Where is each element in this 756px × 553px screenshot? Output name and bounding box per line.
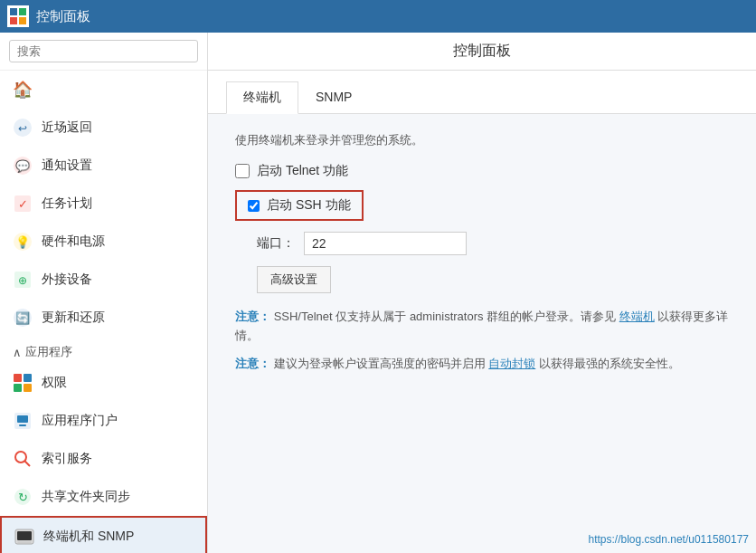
collapse-icon[interactable]: ∧ (13, 346, 22, 359)
tab-snmp[interactable]: SNMP (298, 81, 369, 113)
sidebar-item-terminal-label: 终端机和 SNMP (43, 529, 134, 545)
svg-text:✓: ✓ (18, 197, 28, 211)
telnet-row: 启动 Telnet 功能 (235, 163, 729, 179)
port-row: 端口： (257, 232, 729, 255)
sidebar-item-hardware[interactable]: 💡 硬件和电源 (0, 223, 207, 261)
notification-icon: 💬 (13, 156, 33, 176)
task-icon: ✓ (13, 194, 33, 214)
search-container (0, 33, 207, 71)
content-area: 控制面板 终端机 SNMP 使用终端机来登录并管理您的系统。 启动 Telnet… (208, 33, 756, 553)
autolock-link[interactable]: 自动封锁 (488, 357, 535, 370)
description-text: 使用终端机来登录并管理您的系统。 (235, 132, 729, 148)
notes-container: 注意： SSH/Telnet 仅支持从属于 administrators 群组的… (235, 308, 729, 373)
sidebar-item-share[interactable]: ↻ 共享文件夹同步 (0, 478, 207, 516)
update-icon: 🔄 (13, 308, 33, 328)
topbar: 控制面板 (0, 0, 756, 33)
sidebar-item-notification-label: 通知设置 (42, 157, 92, 174)
svg-rect-22 (19, 424, 26, 426)
sidebar-item-hardware-label: 硬件和电源 (42, 234, 105, 250)
note-1-text: SSH/Telnet 仅支持从属于 administrators 群组的帐户登录… (235, 310, 728, 342)
sidebar-item-appportal[interactable]: 应用程序门户 (0, 402, 207, 440)
sidebar-item-share-label: 共享文件夹同步 (42, 489, 130, 505)
note-1: 注意： SSH/Telnet 仅支持从属于 administrators 群组的… (235, 308, 729, 346)
svg-rect-2 (10, 17, 17, 24)
svg-text:⊕: ⊕ (18, 274, 27, 287)
svg-rect-29 (17, 541, 32, 543)
sidebar-item-permissions-label: 权限 (42, 375, 67, 391)
svg-text:💬: 💬 (15, 158, 31, 174)
indexservice-icon (13, 449, 33, 469)
svg-rect-21 (17, 415, 28, 423)
content-body: 使用终端机来登录并管理您的系统。 启动 Telnet 功能 启动 SSH 功能 … (208, 114, 756, 553)
svg-rect-3 (19, 17, 26, 24)
watermark: https://blog.csdn.net/u011580177 (589, 533, 749, 546)
svg-text:🔄: 🔄 (15, 310, 31, 326)
advanced-settings-button[interactable]: 高级设置 (257, 266, 331, 293)
topbar-title: 控制面板 (36, 8, 90, 25)
tabs-container: 终端机 SNMP (208, 71, 756, 114)
topbar-logo (7, 5, 29, 27)
note-2: 注意： 建议为登录帐户设置高强度的密码并启用 自动封锁 以获得最强的系统安全性。 (235, 355, 729, 374)
sidebar-item-back-label: 近场返回 (42, 119, 92, 136)
svg-line-24 (24, 461, 30, 466)
content-header: 控制面板 (208, 33, 756, 71)
svg-rect-0 (10, 8, 17, 15)
back-icon: ↩ (13, 118, 33, 138)
sidebar-item-task[interactable]: ✓ 任务计划 (0, 185, 207, 223)
sidebar: 🏠 ↩ 近场返回 💬 通知设置 (0, 33, 208, 553)
home-icon: 🏠 (13, 80, 33, 100)
main-layout: 🏠 ↩ 近场返回 💬 通知设置 (0, 33, 756, 553)
sidebar-item-update-label: 更新和还原 (42, 310, 105, 326)
svg-rect-18 (14, 384, 22, 392)
share-icon: ↻ (13, 487, 33, 507)
note-1-prefix: 注意： (235, 310, 270, 323)
telnet-label: 启动 Telnet 功能 (257, 163, 348, 179)
svg-text:↩: ↩ (18, 122, 27, 135)
terminal-icon (14, 527, 34, 547)
external-icon: ⊕ (13, 270, 33, 290)
svg-rect-16 (14, 374, 22, 382)
sidebar-section-app: ∧ 应用程序 (0, 337, 207, 364)
sidebar-item-indexservice-label: 索引服务 (42, 451, 92, 467)
port-label: 端口： (257, 235, 295, 252)
telnet-checkbox[interactable] (235, 164, 250, 178)
sidebar-item-appportal-label: 应用程序门户 (42, 413, 118, 429)
svg-rect-28 (17, 531, 32, 540)
note-2-text: 建议为登录帐户设置高强度的密码并启用 自动封锁 以获得最强的系统安全性。 (274, 357, 680, 370)
sidebar-item-update[interactable]: 🔄 更新和还原 (0, 299, 207, 337)
svg-text:↻: ↻ (18, 491, 28, 504)
sidebar-item-back[interactable]: ↩ 近场返回 (0, 109, 207, 147)
ssh-checkbox[interactable] (248, 200, 260, 212)
search-input[interactable] (9, 40, 198, 62)
sidebar-item-home[interactable]: 🏠 (0, 71, 207, 109)
ssh-box: 启动 SSH 功能 (235, 190, 364, 221)
terminal-link[interactable]: 终端机 (619, 310, 655, 323)
sidebar-item-terminal[interactable]: 终端机和 SNMP (0, 516, 207, 553)
svg-rect-19 (24, 384, 32, 392)
sidebar-item-indexservice[interactable]: 索引服务 (0, 440, 207, 478)
sidebar-item-external-label: 外接设备 (42, 272, 92, 288)
svg-rect-1 (19, 8, 26, 15)
hardware-icon: 💡 (13, 232, 33, 252)
appportal-icon (13, 411, 33, 431)
sidebar-item-external[interactable]: ⊕ 外接设备 (0, 261, 207, 299)
permissions-icon (13, 373, 33, 393)
sidebar-item-notification[interactable]: 💬 通知设置 (0, 147, 207, 185)
note-2-prefix: 注意： (235, 357, 270, 370)
svg-rect-17 (24, 374, 32, 382)
sidebar-item-permissions[interactable]: 权限 (0, 364, 207, 402)
tab-terminal[interactable]: 终端机 (226, 81, 298, 114)
ssh-label: 启动 SSH 功能 (267, 197, 351, 214)
port-input[interactable] (304, 232, 467, 255)
sidebar-item-task-label: 任务计划 (42, 195, 92, 212)
svg-text:💡: 💡 (15, 234, 31, 250)
